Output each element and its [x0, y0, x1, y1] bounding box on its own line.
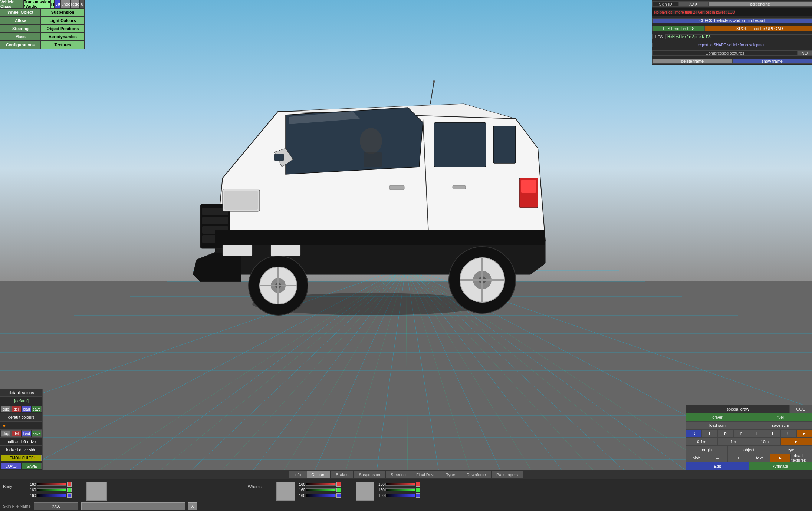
undo-button[interactable]: undo	[61, 0, 70, 8]
wheel1-blue-val: 160	[296, 494, 305, 498]
load2-btn[interactable]: load	[22, 430, 32, 437]
allow-label[interactable]: Allow	[0, 16, 41, 24]
save-main-btn[interactable]: SAVE	[22, 463, 42, 469]
skin-id-input[interactable]	[34, 502, 78, 510]
load-scm-btn[interactable]: load scm	[686, 421, 749, 429]
export-share-btn[interactable]: export to SHARE vehicle for development	[652, 43, 812, 47]
text-btn[interactable]: text	[749, 454, 770, 462]
arrow3-btn[interactable]: ►	[770, 454, 791, 462]
suspension-btn[interactable]: Suspension	[41, 8, 85, 16]
light-colours-btn[interactable]: Light Colours	[41, 16, 85, 24]
plus-btn[interactable]: +	[728, 454, 749, 462]
t-btn[interactable]: t	[765, 429, 781, 438]
redo-button[interactable]: redo	[71, 0, 80, 8]
save-scm-btn[interactable]: save scm	[749, 421, 812, 429]
tab-colours[interactable]: Colours	[306, 471, 330, 478]
skin-filename-input[interactable]	[81, 502, 185, 510]
dist-01-btn[interactable]: 0.1m	[686, 438, 717, 446]
compressed-value[interactable]: NO	[797, 50, 812, 56]
check-vehicle-btn[interactable]: CHECK if vehicle is valid for mod export	[652, 18, 812, 23]
animate-btn[interactable]: Animate	[749, 462, 812, 470]
origin-btn[interactable]: origin	[686, 446, 728, 454]
del-btn[interactable]: del	[11, 406, 21, 412]
body-blue-bar[interactable]	[37, 494, 66, 497]
arrow2-btn[interactable]: ►	[780, 438, 812, 446]
blob-btn[interactable]: blob	[686, 454, 707, 462]
body-green-indicator[interactable]	[67, 488, 72, 492]
tab-info[interactable]: Info	[289, 471, 306, 478]
wheel2-green-bar[interactable]	[385, 488, 415, 491]
wheel1-red-ind[interactable]	[336, 482, 341, 487]
physics-warning: No physics - more than 24 vertices in lo…	[654, 10, 735, 14]
textures-btn[interactable]: Textures	[41, 41, 85, 49]
r2-btn[interactable]: r	[733, 429, 749, 438]
f-btn[interactable]: f	[702, 429, 718, 438]
steering-label[interactable]: Steering	[0, 24, 41, 33]
del2-btn[interactable]: del	[11, 430, 21, 437]
tab-passengers[interactable]: Passengers	[492, 471, 523, 478]
wheel-swatch-2[interactable]	[356, 482, 374, 501]
tab-final-drive[interactable]: Final Drive	[411, 471, 441, 478]
cog-btn[interactable]: COG	[790, 405, 812, 413]
wheel-swatch-1[interactable]	[276, 482, 295, 501]
tab-suspension[interactable]: Suspension	[354, 471, 385, 478]
b-btn[interactable]: b	[717, 429, 733, 438]
skin-id-value[interactable]: XXX	[678, 1, 708, 7]
mass-label[interactable]: Mass	[0, 33, 41, 41]
aerodynamics-btn[interactable]: Aerodynamics	[41, 33, 85, 41]
wheel2-red-ind[interactable]	[416, 482, 420, 487]
dist-1-btn[interactable]: 1m	[717, 438, 749, 446]
dup-btn[interactable]: dup	[1, 406, 11, 412]
default-setup-value[interactable]: [default]	[0, 397, 43, 405]
skin-x-btn[interactable]: X	[188, 502, 197, 510]
tab-steering[interactable]: Steering	[386, 471, 411, 478]
arrow-btn[interactable]: ►	[796, 429, 812, 438]
load-btn[interactable]: load	[22, 406, 32, 412]
u-btn[interactable]: u	[780, 429, 796, 438]
body-green-bar[interactable]	[37, 488, 66, 491]
lfs-path[interactable]: H:\Hry\Live for Speed\LFS	[665, 34, 812, 39]
load-main-btn[interactable]: LOAD	[1, 463, 21, 469]
wheel2-blue-bar[interactable]	[385, 494, 415, 497]
eye-btn[interactable]: eye	[770, 446, 812, 454]
show-frame-btn[interactable]: show frame	[732, 59, 812, 64]
minus-btn[interactable]: –	[707, 454, 728, 462]
dist-10-btn[interactable]: 10m	[749, 438, 780, 446]
tab-tyres[interactable]: Tyres	[441, 471, 461, 478]
tab-downforce[interactable]: Downforce	[461, 471, 491, 478]
driver-btn[interactable]: driver	[686, 413, 749, 421]
delete-frame-btn[interactable]: delete frame	[652, 59, 732, 64]
wheel1-red-bar[interactable]	[306, 483, 336, 486]
body-colour-swatch[interactable]	[86, 482, 107, 501]
wheel-object-label[interactable]: Wheel Object	[0, 8, 41, 16]
body-red-indicator[interactable]	[67, 482, 72, 487]
tab-brakes[interactable]: Brakes	[331, 471, 353, 478]
wheel2-red-bar[interactable]	[385, 483, 415, 486]
edit-engine-btn[interactable]: edit engine	[708, 1, 812, 7]
save-btn[interactable]: save	[32, 406, 42, 412]
wheel2-green-val: 160	[376, 488, 385, 492]
object-positions-btn[interactable]: Object Positions	[41, 24, 85, 33]
wheel1-blue-bar[interactable]	[306, 494, 336, 497]
edit-btn[interactable]: Edit	[686, 462, 749, 470]
test-mod-btn[interactable]: TEST mod in LFS	[652, 26, 704, 31]
wheel2-blue-ind[interactable]	[416, 493, 420, 498]
fuel-btn[interactable]: fuel	[749, 413, 812, 421]
configurations-label[interactable]: Configurations	[0, 41, 41, 49]
object-btn[interactable]: object	[728, 446, 770, 454]
wheel1-green-bar[interactable]	[306, 488, 336, 491]
wheel1-blue-ind[interactable]	[336, 493, 341, 498]
reload-btn[interactable]: reload textures	[791, 454, 812, 462]
body-blue-indicator[interactable]	[67, 493, 72, 498]
wheel2-green-ind[interactable]	[416, 488, 420, 492]
l-btn[interactable]: l	[749, 429, 765, 438]
export-mod-btn[interactable]: EXPORT mod for UPLOAD	[704, 26, 812, 31]
save2-btn[interactable]: save	[32, 430, 42, 437]
r-btn[interactable]: R	[686, 429, 702, 438]
vehicle-name[interactable]: Transmission / Audio	[23, 0, 50, 8]
dup2-btn[interactable]: dup	[1, 430, 11, 437]
default-colours-label: default colours	[0, 413, 43, 421]
special-draw-btn[interactable]: special draw	[686, 405, 790, 413]
body-red-bar[interactable]	[37, 483, 66, 486]
wheel1-green-ind[interactable]	[336, 488, 341, 492]
